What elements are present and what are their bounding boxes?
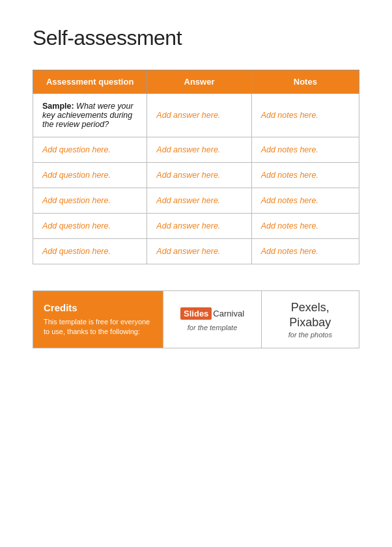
credits-middle-cell: SlidesCarnival for the template — [163, 291, 261, 348]
notes-placeholder-4: Add notes here. — [261, 196, 318, 205]
page-title: Self-assessment — [33, 26, 359, 50]
notes-cell-5: Add notes here. — [251, 214, 359, 239]
pexels-pixabay-text: Pexels, Pixabay — [272, 300, 348, 331]
notes-placeholder-6: Add notes here. — [261, 247, 318, 256]
question-placeholder-4: Add question here. — [42, 196, 111, 205]
question-placeholder-6: Add question here. — [42, 247, 111, 256]
credits-table: Credits This template is free for everyo… — [33, 290, 359, 348]
credits-left-cell: Credits This template is free for everyo… — [33, 291, 163, 348]
answer-placeholder-4: Add answer here. — [156, 196, 220, 205]
notes-cell-3: Add notes here. — [251, 163, 359, 188]
sample-answer-placeholder: Add answer here. — [156, 111, 220, 120]
question-cell-4: Add question here. — [33, 188, 147, 214]
answer-placeholder-2: Add answer here. — [156, 145, 220, 154]
table-row: Add question here. Add answer here. Add … — [33, 188, 359, 214]
answer-placeholder-5: Add answer here. — [156, 221, 220, 231]
notes-cell-6: Add notes here. — [251, 239, 359, 264]
notes-placeholder-3: Add notes here. — [261, 171, 318, 180]
answer-placeholder-3: Add answer here. — [156, 171, 220, 180]
credits-row: Credits This template is free for everyo… — [33, 291, 359, 348]
question-cell-3: Add question here. — [33, 163, 147, 188]
answer-placeholder-6: Add answer here. — [156, 247, 220, 256]
credits-title: Credits — [44, 302, 152, 313]
table-row: Add question here. Add answer here. Add … — [33, 137, 359, 163]
question-placeholder-3: Add question here. — [42, 171, 111, 180]
slides-label: Slides — [180, 307, 212, 320]
header-answer: Answer — [147, 70, 251, 94]
table-row: Add question here. Add answer here. Add … — [33, 163, 359, 188]
header-question: Assessment question — [33, 70, 147, 94]
answer-cell-2: Add answer here. — [147, 137, 251, 163]
credits-description: This template is free for everyone to us… — [44, 317, 152, 337]
table-row: Add question here. Add answer here. Add … — [33, 214, 359, 239]
sample-answer-cell: Add answer here. — [147, 94, 251, 137]
question-placeholder-2: Add question here. — [42, 145, 111, 154]
notes-cell-4: Add notes here. — [251, 188, 359, 214]
question-cell-2: Add question here. — [33, 137, 147, 163]
sample-question-cell: Sample: What were your key achievements … — [33, 94, 147, 137]
question-cell-5: Add question here. — [33, 214, 147, 239]
slides-carnival-badge: SlidesCarnival — [180, 307, 244, 320]
sample-bold-label: Sample: — [42, 102, 74, 111]
question-placeholder-5: Add question here. — [42, 221, 111, 231]
sample-notes-placeholder: Add notes here. — [261, 111, 318, 120]
answer-cell-3: Add answer here. — [147, 163, 251, 188]
answer-cell-5: Add answer here. — [147, 214, 251, 239]
table-header-row: Assessment question Answer Notes — [33, 70, 359, 94]
assessment-table: Assessment question Answer Notes Sample:… — [33, 70, 359, 264]
answer-cell-6: Add answer here. — [147, 239, 251, 264]
sample-notes-cell: Add notes here. — [251, 94, 359, 137]
carnival-label: Carnival — [213, 309, 244, 318]
for-photos-text: for the photos — [272, 331, 348, 339]
credits-right-cell: Pexels, Pixabay for the photos — [261, 291, 359, 348]
notes-placeholder-5: Add notes here. — [261, 221, 318, 231]
for-template-text: for the template — [174, 324, 250, 331]
header-notes: Notes — [251, 70, 359, 94]
notes-cell-2: Add notes here. — [251, 137, 359, 163]
table-row: Sample: What were your key achievements … — [33, 94, 359, 137]
notes-placeholder-2: Add notes here. — [261, 145, 318, 154]
answer-cell-4: Add answer here. — [147, 188, 251, 214]
table-row: Add question here. Add answer here. Add … — [33, 239, 359, 264]
question-cell-6: Add question here. — [33, 239, 147, 264]
